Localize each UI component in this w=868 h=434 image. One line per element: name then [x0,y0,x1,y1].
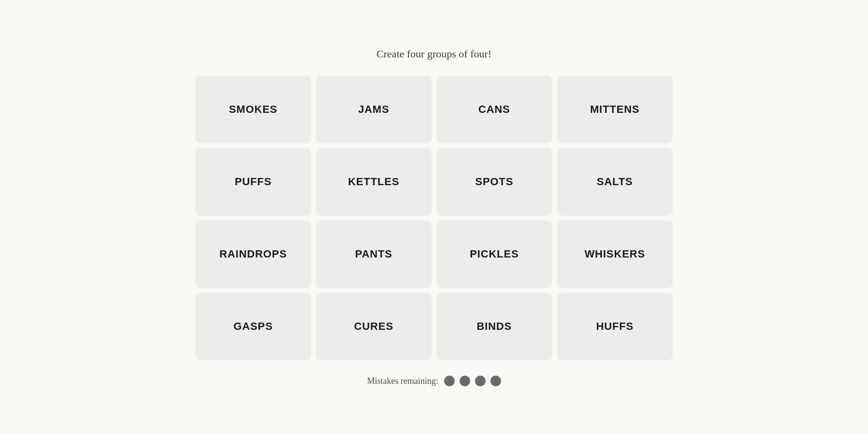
tile-label: HUFFS [596,320,634,333]
word-tile[interactable]: KETTLES [316,148,432,216]
word-tile[interactable]: CANS [436,76,552,143]
tile-label: RAINDROPS [219,248,287,260]
word-tile[interactable]: SPOTS [436,148,552,216]
mistake-dot [490,376,501,386]
tile-label: GASPS [233,320,272,333]
tile-label: MITTENS [590,103,640,116]
word-tile[interactable]: MITTENS [557,76,673,143]
word-tile[interactable]: GASPS [195,293,311,360]
word-tile[interactable]: SMOKES [195,76,311,143]
tile-label: PANTS [355,248,392,260]
word-tile[interactable]: PICKLES [436,220,552,288]
word-grid: SMOKESJAMSCANSMITTENSPUFFSKETTLESSPOTSSA… [195,76,673,360]
word-tile[interactable]: HUFFS [557,293,673,360]
mistakes-label: Mistakes remaining: [367,376,438,386]
tile-label: PICKLES [470,248,519,260]
tile-label: JAMS [358,103,390,116]
word-tile[interactable]: WHISKERS [557,220,673,288]
word-tile[interactable]: PANTS [316,220,432,288]
tile-label: KETTLES [348,176,399,188]
mistakes-row: Mistakes remaining: [367,376,501,386]
word-tile[interactable]: SALTS [557,148,673,216]
word-tile[interactable]: BINDS [436,293,552,360]
game-subtitle: Create four groups of four! [377,48,491,60]
tile-label: CANS [478,103,510,116]
tile-label: CURES [354,320,393,333]
tile-label: SALTS [597,176,633,188]
mistake-dot [444,376,455,386]
tile-label: WHISKERS [584,248,645,260]
tile-label: SPOTS [475,176,514,188]
word-tile[interactable]: CURES [316,293,432,360]
word-tile[interactable]: JAMS [316,76,432,143]
mistakes-dots [444,376,501,386]
tile-label: BINDS [477,320,512,333]
tile-label: SMOKES [229,103,278,116]
mistake-dot [460,376,470,386]
word-tile[interactable]: RAINDROPS [195,220,311,288]
tile-label: PUFFS [235,176,272,188]
mistake-dot [475,376,486,386]
word-tile[interactable]: PUFFS [195,148,311,216]
